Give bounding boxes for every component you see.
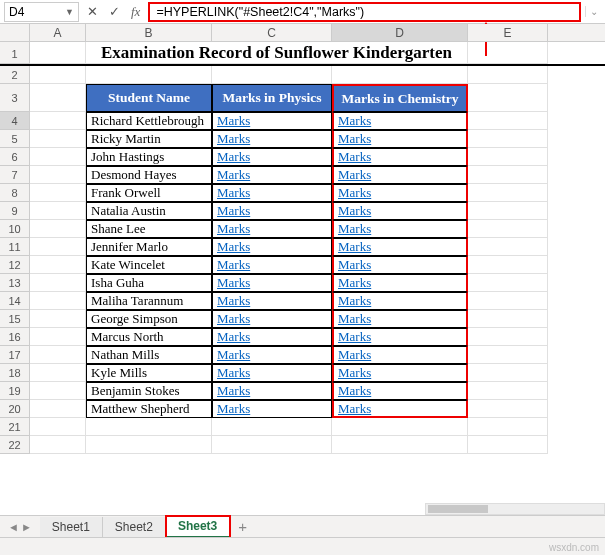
- cell[interactable]: [468, 418, 548, 436]
- student-name[interactable]: Benjamin Stokes: [86, 382, 212, 400]
- cell[interactable]: [468, 436, 548, 454]
- marks-physics[interactable]: Marks: [212, 202, 332, 220]
- cell[interactable]: [468, 256, 548, 274]
- row-header[interactable]: 10: [0, 220, 30, 238]
- student-name[interactable]: Richard Kettlebrough: [86, 112, 212, 130]
- row-header[interactable]: 8: [0, 184, 30, 202]
- hyperlink[interactable]: Marks: [217, 311, 250, 327]
- cell[interactable]: [30, 84, 86, 112]
- select-all-corner[interactable]: [0, 24, 30, 41]
- student-name[interactable]: Frank Orwell: [86, 184, 212, 202]
- hyperlink[interactable]: Marks: [338, 167, 371, 183]
- hyperlink[interactable]: Marks: [338, 293, 371, 309]
- hyperlink[interactable]: Marks: [338, 203, 371, 219]
- marks-physics[interactable]: Marks: [212, 220, 332, 238]
- fx-icon[interactable]: fx: [127, 4, 144, 20]
- cell[interactable]: [30, 42, 86, 64]
- marks-chemistry[interactable]: Marks: [332, 202, 468, 220]
- hyperlink[interactable]: Marks: [217, 221, 250, 237]
- col-header-a[interactable]: A: [30, 24, 86, 41]
- row-header[interactable]: 13: [0, 274, 30, 292]
- marks-physics[interactable]: Marks: [212, 292, 332, 310]
- hyperlink[interactable]: Marks: [217, 113, 250, 129]
- add-sheet-button[interactable]: +: [230, 518, 255, 535]
- hyperlink[interactable]: Marks: [217, 293, 250, 309]
- cell[interactable]: [30, 418, 86, 436]
- cell[interactable]: [212, 66, 332, 84]
- hyperlink[interactable]: Marks: [217, 239, 250, 255]
- row-header[interactable]: 14: [0, 292, 30, 310]
- row-header[interactable]: 22: [0, 436, 30, 454]
- hyperlink[interactable]: Marks: [217, 275, 250, 291]
- student-name[interactable]: Kate Wincelet: [86, 256, 212, 274]
- cell[interactable]: [30, 148, 86, 166]
- hyperlink[interactable]: Marks: [338, 329, 371, 345]
- header-physics[interactable]: Marks in Physics: [212, 84, 332, 112]
- marks-physics[interactable]: Marks: [212, 364, 332, 382]
- student-name[interactable]: John Hastings: [86, 148, 212, 166]
- marks-chemistry[interactable]: Marks: [332, 274, 468, 292]
- cell[interactable]: [86, 418, 212, 436]
- hyperlink[interactable]: Marks: [338, 311, 371, 327]
- expand-formula-icon[interactable]: ⌄: [585, 6, 601, 17]
- check-icon[interactable]: ✓: [105, 4, 123, 19]
- cell[interactable]: [30, 292, 86, 310]
- cell[interactable]: [212, 418, 332, 436]
- marks-chemistry[interactable]: Marks: [332, 364, 468, 382]
- col-header-d[interactable]: D: [332, 24, 468, 41]
- tab-sheet2[interactable]: Sheet2: [103, 517, 166, 537]
- row-header[interactable]: 20: [0, 400, 30, 418]
- marks-chemistry[interactable]: Marks: [332, 166, 468, 184]
- cell[interactable]: [30, 310, 86, 328]
- cell[interactable]: [30, 220, 86, 238]
- cell[interactable]: [30, 202, 86, 220]
- hyperlink[interactable]: Marks: [338, 365, 371, 381]
- hyperlink[interactable]: Marks: [217, 203, 250, 219]
- hyperlink[interactable]: Marks: [217, 167, 250, 183]
- header-chemistry[interactable]: Marks in Chemistry: [332, 84, 468, 112]
- header-student[interactable]: Student Name: [86, 84, 212, 112]
- cell[interactable]: [30, 166, 86, 184]
- marks-physics[interactable]: Marks: [212, 400, 332, 418]
- marks-chemistry[interactable]: Marks: [332, 112, 468, 130]
- hyperlink[interactable]: Marks: [217, 347, 250, 363]
- student-name[interactable]: Marcus North: [86, 328, 212, 346]
- marks-chemistry[interactable]: Marks: [332, 184, 468, 202]
- cell[interactable]: [30, 66, 86, 84]
- cell[interactable]: [468, 202, 548, 220]
- student-name[interactable]: Maliha Tarannum: [86, 292, 212, 310]
- marks-physics[interactable]: Marks: [212, 310, 332, 328]
- marks-chemistry[interactable]: Marks: [332, 238, 468, 256]
- cell[interactable]: [30, 112, 86, 130]
- nav-next-icon[interactable]: ►: [21, 521, 32, 533]
- cell[interactable]: [468, 400, 548, 418]
- cell[interactable]: [468, 166, 548, 184]
- hyperlink[interactable]: Marks: [217, 383, 250, 399]
- title-cell[interactable]: Examination Record of Sunflower Kinderga…: [86, 42, 468, 64]
- hyperlink[interactable]: Marks: [217, 329, 250, 345]
- marks-chemistry[interactable]: Marks: [332, 382, 468, 400]
- col-header-b[interactable]: B: [86, 24, 212, 41]
- cell[interactable]: [30, 130, 86, 148]
- marks-chemistry[interactable]: Marks: [332, 400, 468, 418]
- hyperlink[interactable]: Marks: [338, 221, 371, 237]
- cell[interactable]: [468, 382, 548, 400]
- cell[interactable]: [30, 382, 86, 400]
- cell[interactable]: [468, 184, 548, 202]
- hyperlink[interactable]: Marks: [338, 131, 371, 147]
- row-header[interactable]: 12: [0, 256, 30, 274]
- student-name[interactable]: Kyle Mills: [86, 364, 212, 382]
- col-header-e[interactable]: E: [468, 24, 548, 41]
- chevron-down-icon[interactable]: ▼: [65, 7, 74, 17]
- student-name[interactable]: Ricky Martin: [86, 130, 212, 148]
- row-header[interactable]: 21: [0, 418, 30, 436]
- row-header[interactable]: 2: [0, 66, 30, 84]
- student-name[interactable]: Natalia Austin: [86, 202, 212, 220]
- hyperlink[interactable]: Marks: [338, 185, 371, 201]
- hyperlink[interactable]: Marks: [338, 113, 371, 129]
- student-name[interactable]: Isha Guha: [86, 274, 212, 292]
- cell[interactable]: [468, 220, 548, 238]
- hyperlink[interactable]: Marks: [217, 365, 250, 381]
- cell[interactable]: [468, 238, 548, 256]
- tab-sheet1[interactable]: Sheet1: [40, 517, 103, 537]
